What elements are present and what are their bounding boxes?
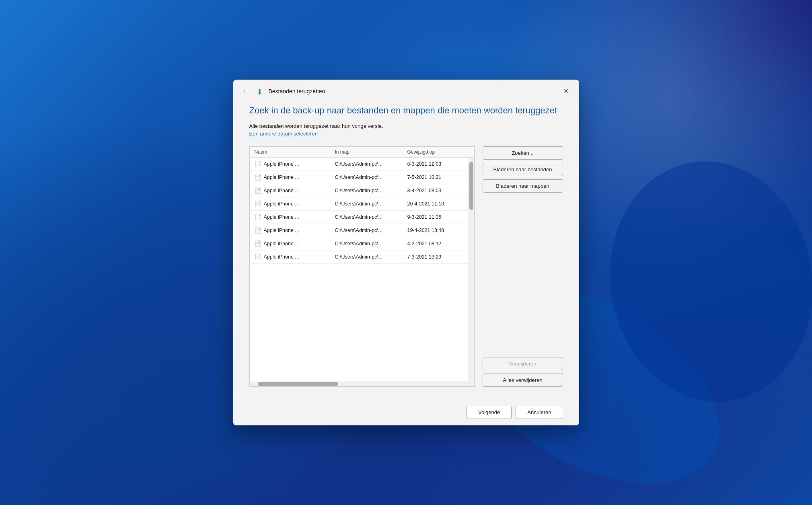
file-name: Apple iPhone ...	[264, 214, 299, 220]
file-modified: 9-3-2021 11:35	[407, 214, 472, 220]
file-folder: C:\Users\Admin-pc\...	[335, 254, 407, 260]
search-button[interactable]: Zoeken...	[483, 146, 563, 160]
file-icon: 📄	[255, 227, 261, 234]
table-header: Naam In map Gewijzigd op	[250, 147, 474, 158]
buttons-panel: Zoeken... Bladeren naar bestanden Blader…	[483, 146, 563, 387]
dialog-title: Bestanden terugzetten	[269, 88, 325, 94]
table-row[interactable]: 📄 Apple iPhone ... C:\Users\Admin-pc\...…	[250, 250, 474, 264]
next-button[interactable]: Volgende	[467, 406, 512, 419]
file-modified: 8-3-2021 12:03	[407, 161, 472, 167]
file-name: Apple iPhone ...	[264, 241, 299, 246]
file-icon: 📄	[255, 161, 261, 167]
file-name: Apple iPhone ...	[264, 188, 299, 193]
file-name: Apple iPhone ...	[264, 174, 299, 180]
file-list-container: Naam In map Gewijzigd op 📄 Apple iPhone …	[249, 146, 475, 387]
file-modified: 19-4-2021 13:48	[407, 228, 472, 233]
file-icon: 📄	[255, 214, 261, 220]
hscrollbar-thumb[interactable]	[258, 382, 338, 386]
file-name: Apple iPhone ...	[264, 201, 299, 207]
file-name: Apple iPhone ...	[264, 161, 299, 167]
browse-folders-button[interactable]: Bladeren naar mappen	[483, 179, 563, 193]
table-row[interactable]: 📄 Apple iPhone ... C:\Users\Admin-pc\...…	[250, 184, 474, 197]
date-select-link[interactable]: Een andere datum selecteren	[249, 131, 563, 137]
close-button[interactable]: ✕	[559, 86, 573, 97]
back-button[interactable]: ←	[240, 85, 252, 97]
file-folder: C:\Users\Admin-pc\...	[335, 214, 407, 220]
table-row[interactable]: 📄 Apple iPhone ... C:\Users\Admin-pc\...…	[250, 237, 474, 250]
file-folder: C:\Users\Admin-pc\...	[335, 161, 407, 167]
file-folder: C:\Users\Admin-pc\...	[335, 188, 407, 193]
titlebar-left: ← Bestanden terugzetten	[240, 85, 325, 97]
file-icon: 📄	[255, 174, 261, 181]
restore-icon	[256, 87, 265, 96]
file-icon: 📄	[255, 254, 261, 260]
subtitle-text: Alle bestanden worden teruggezet naar hu…	[249, 123, 563, 129]
col-naam: Naam	[255, 149, 335, 155]
file-folder: C:\Users\Admin-pc\...	[335, 241, 407, 246]
file-icon: 📄	[255, 187, 261, 194]
table-row[interactable]: 📄 Apple iPhone ... C:\Users\Admin-pc\...…	[250, 158, 474, 171]
file-modified: 7-5-2021 10:21	[407, 174, 472, 180]
file-folder: C:\Users\Admin-pc\...	[335, 174, 407, 180]
file-modified: 7-3-2021 13:29	[407, 254, 472, 260]
table-row[interactable]: 📄 Apple iPhone ... C:\Users\Admin-pc\...…	[250, 224, 474, 237]
scrollbar-thumb[interactable]	[469, 162, 473, 210]
file-rows: 📄 Apple iPhone ... C:\Users\Admin-pc\...…	[250, 158, 474, 381]
table-row[interactable]: 📄 Apple iPhone ... C:\Users\Admin-pc\...…	[250, 171, 474, 184]
file-name: Apple iPhone ...	[264, 254, 299, 260]
dialog-content: Zoek in de back-up naar bestanden en map…	[233, 97, 579, 399]
table-row[interactable]: 📄 Apple iPhone ... C:\Users\Admin-pc\...…	[250, 211, 474, 224]
dialog-titlebar: ← Bestanden terugzetten ✕	[233, 80, 579, 97]
file-modified: 3-4-2021 08:03	[407, 188, 472, 193]
file-icon: 📄	[255, 201, 261, 207]
remove-all-button[interactable]: Alles verwijderen	[483, 374, 563, 387]
file-modified: 20-4-2021 11:10	[407, 201, 472, 207]
main-area: Naam In map Gewijzigd op 📄 Apple iPhone …	[249, 146, 563, 387]
button-spacer	[483, 196, 563, 354]
scrollbar-track[interactable]	[469, 158, 474, 381]
file-name: Apple iPhone ...	[264, 228, 299, 233]
table-row[interactable]: 📄 Apple iPhone ... C:\Users\Admin-pc\...…	[250, 197, 474, 211]
file-folder: C:\Users\Admin-pc\...	[335, 228, 407, 233]
col-inmap: In map	[335, 149, 407, 155]
horizontal-scrollbar[interactable]	[250, 381, 474, 386]
file-icon: 📄	[255, 240, 261, 247]
remove-button[interactable]: Verwijderen	[483, 357, 563, 370]
cancel-button[interactable]: Annuleren	[516, 406, 563, 419]
file-folder: C:\Users\Admin-pc\...	[335, 201, 407, 207]
file-modified: 4-2-2021 08:12	[407, 241, 472, 246]
page-heading: Zoek in de back-up naar bestanden en map…	[249, 105, 563, 117]
col-gewijzigd: Gewijzigd op	[407, 149, 472, 155]
dialog-window: ← Bestanden terugzetten ✕ Zoek in de bac…	[233, 80, 579, 425]
dialog-footer: Volgende Annuleren	[233, 399, 579, 425]
browse-files-button[interactable]: Bladeren naar bestanden	[483, 163, 563, 176]
